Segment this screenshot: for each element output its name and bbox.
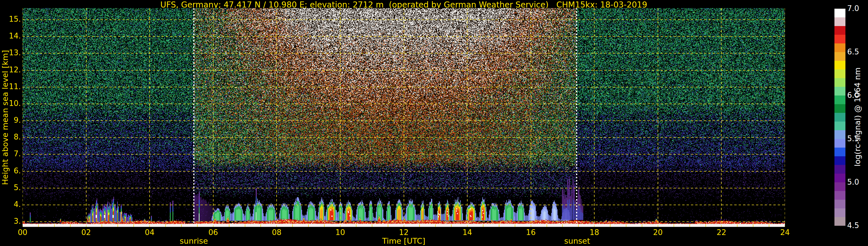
y-tick-label: 11. [0, 82, 21, 91]
x-minor-tick [753, 224, 753, 227]
colorbar-title: log(rc-signal) @ 1064 nm [853, 8, 865, 226]
colorbar-segment [834, 217, 845, 226]
grid-v-line [23, 8, 23, 227]
x-tick-label: 04 [136, 228, 163, 237]
x-minor-tick [118, 224, 118, 227]
grid-v-line [785, 8, 785, 227]
x-minor-tick [38, 224, 39, 227]
sunset-line [576, 8, 577, 223]
x-minor-tick [260, 224, 261, 227]
x-minor-tick [705, 224, 706, 227]
x-minor-tick [54, 224, 55, 227]
x-minor-tick [515, 224, 515, 227]
x-minor-tick [356, 224, 356, 227]
colorbar-tick-label: 5.5 [847, 134, 868, 143]
grid-v-line [721, 8, 722, 227]
colorbar-tick-label: 7.0 [847, 4, 868, 13]
y-tick-label: 7. [0, 149, 21, 158]
colorbar-tick-label: 4.5 [847, 221, 868, 230]
x-minor-tick [308, 224, 309, 227]
x-minor-tick [101, 224, 102, 227]
x-minor-tick [674, 224, 674, 227]
colorbar-segment [834, 35, 845, 43]
colorbar-segment [834, 122, 845, 130]
y-tick-label: 14. [0, 32, 21, 40]
y-tick-label: 10. [0, 99, 21, 107]
colorbar-segment [834, 95, 845, 104]
grid-v-line [149, 8, 150, 227]
colorbar-segment [834, 165, 845, 174]
x-minor-tick [245, 224, 245, 227]
colorbar-segment [834, 191, 845, 200]
colorbar-segment [834, 78, 845, 87]
colorbar-segment [834, 200, 845, 208]
y-tick-label: 13. [0, 48, 21, 57]
y-tick-label: 9. [0, 116, 21, 124]
x-minor-tick [181, 224, 182, 227]
x-tick-label: 00 [9, 228, 36, 237]
grid-v-line [467, 8, 468, 227]
x-minor-tick [737, 224, 738, 227]
grid-v-line [658, 8, 658, 227]
sunset-label: sunset [542, 237, 612, 245]
x-minor-tick [229, 224, 229, 227]
x-minor-tick [372, 224, 372, 227]
colorbar-segment [834, 156, 845, 165]
colorbar-segment [834, 9, 845, 18]
colorbar-tick-label: 6.0 [847, 91, 868, 99]
grid-v-line [86, 8, 87, 227]
x-tick-label: 22 [708, 228, 734, 237]
x-minor-tick [133, 224, 134, 227]
x-minor-tick [689, 224, 690, 227]
x-minor-tick [70, 224, 71, 227]
x-minor-tick [419, 224, 420, 227]
y-tick-label: 12. [0, 65, 21, 74]
colorbar-segment [834, 208, 845, 217]
x-minor-tick [499, 224, 499, 227]
x-minor-tick [769, 224, 769, 227]
x-tick-label: 18 [581, 228, 607, 237]
grid-v-line [594, 8, 595, 227]
grid-v-line [340, 8, 341, 227]
x-minor-tick [547, 224, 547, 227]
x-tick-label: 12 [391, 228, 417, 237]
x-minor-tick [292, 224, 293, 227]
y-tick-label: 5. [0, 183, 21, 192]
plot-area [23, 8, 785, 227]
y-tick-label: 4. [0, 200, 21, 209]
x-minor-tick [562, 224, 563, 227]
x-tick-label: 08 [264, 228, 290, 237]
x-minor-tick [578, 224, 579, 227]
colorbar-segment [834, 61, 845, 69]
grid-v-line [404, 8, 404, 227]
x-minor-tick [483, 224, 484, 227]
grid-v-line [276, 8, 277, 227]
colorbar-segment [834, 18, 845, 26]
x-minor-tick [451, 224, 452, 227]
x-minor-tick [610, 224, 611, 227]
x-minor-tick [626, 224, 626, 227]
x-tick-label: 02 [73, 228, 99, 237]
colorbar-segment [834, 174, 845, 182]
y-tick-label: 8. [0, 132, 21, 141]
x-tick-label: 16 [518, 228, 544, 237]
x-minor-tick [388, 224, 388, 227]
colorbar-segment [834, 139, 845, 148]
x-tick-label: 14 [454, 228, 480, 237]
x-tick-label: 24 [772, 228, 798, 237]
colorbar-segment [834, 104, 845, 113]
y-tick-label: 15. [0, 15, 21, 24]
colorbar-segment [834, 130, 845, 139]
colorbar-tick-label: 5.0 [847, 178, 868, 186]
colorbar-segment [834, 52, 845, 61]
y-tick-label: 6. [0, 166, 21, 175]
sunrise-line [193, 8, 194, 223]
ceilometer-quicklook: UFS, Germany; 47.417 N / 10.980 E; eleva… [0, 0, 868, 246]
colorbar-segment [834, 69, 845, 78]
colorbar-segment [834, 87, 845, 95]
y-tick-label: 3. [0, 217, 21, 225]
colorbar-segment [834, 113, 845, 122]
x-tick-label: 20 [645, 228, 671, 237]
grid-v-line [213, 8, 214, 227]
x-minor-tick [324, 224, 324, 227]
